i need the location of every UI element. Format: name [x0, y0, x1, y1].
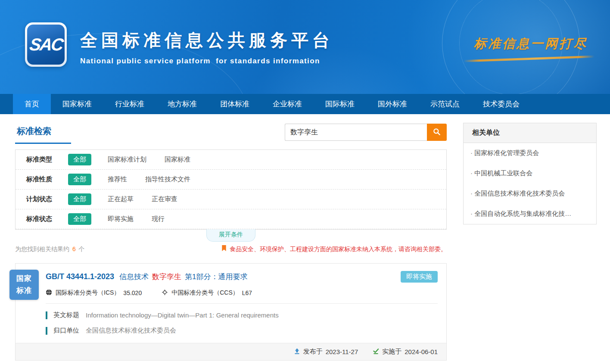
- filter-option[interactable]: 正在起草: [108, 195, 134, 203]
- sidebar-item-it-standardization-committee[interactable]: 全国信息技术标准化技术委员会: [464, 184, 596, 204]
- filter-option[interactable]: 现行: [152, 215, 165, 223]
- filter-option[interactable]: 国家标准: [165, 156, 190, 164]
- nav-item-international-standards[interactable]: 国际标准: [314, 94, 366, 114]
- result-card-footer: 发布于 2023-11-27 实施于 2024-06-01: [16, 343, 446, 360]
- globe-icon: [46, 289, 52, 297]
- sidebar: 相关单位 国家标准化管理委员会 中国机械工业联合会 全国信息技术标准化技术委员会…: [463, 123, 597, 224]
- search-input[interactable]: [285, 124, 427, 141]
- ics-value: 35.020: [123, 289, 142, 296]
- nav-item-national-standards[interactable]: 国家标准: [51, 94, 103, 114]
- filter-row-plan-status: 计划状态 全部 正在起草 正在审查: [16, 190, 446, 209]
- filter-option[interactable]: 即将实施: [108, 215, 134, 223]
- published-label: 发布于: [303, 348, 323, 356]
- standard-title-part: 信息技术: [119, 272, 149, 282]
- result-card: 国家 标准 GB/T 43441.1-2023 信息技术 数字孪生 第1部分：通…: [15, 263, 447, 361]
- search-icon: [433, 128, 441, 137]
- sidebar-item-machinery-federation[interactable]: 中国机械工业联合会: [464, 163, 596, 184]
- published-date-group: 发布于 2023-11-27: [294, 348, 358, 356]
- ccs-label: 中国标准分类号（CCS）: [171, 289, 239, 297]
- field-label: 英文标题: [53, 311, 79, 319]
- field-accent-bar: [46, 327, 47, 335]
- filter-all-button[interactable]: 全部: [68, 154, 91, 165]
- site-header: SAC 全国标准信息公共服务平台 National public service…: [0, 0, 610, 94]
- nav-item-pilot[interactable]: 示范试点: [419, 94, 471, 114]
- published-date: 2023-11-27: [326, 348, 358, 355]
- filter-label: 标准状态: [26, 215, 68, 223]
- filter-option[interactable]: 正在审查: [152, 195, 177, 203]
- title-block: 全国标准信息公共服务平台 National public service pla…: [80, 28, 333, 65]
- type-badge-line2: 标准: [16, 285, 32, 297]
- publish-icon: [294, 348, 300, 356]
- content-area: 标准检索 标准类型 全部 国家标准计: [0, 114, 610, 361]
- nav-item-technical-committee[interactable]: 技术委员会: [471, 94, 531, 114]
- standard-code: GB/T 43441.1-2023: [46, 272, 114, 281]
- field-accent-bar: [46, 311, 47, 319]
- implemented-date-group: 实施于 2024-06-01: [373, 348, 438, 356]
- result-card-box: GB/T 43441.1-2023 信息技术 数字孪生 第1部分：通用要求 即将…: [15, 263, 447, 361]
- sac-logo[interactable]: SAC: [25, 22, 67, 67]
- main-nav: 首页 国家标准 行业标准 地方标准 团体标准 企业标准 国际标准 国外标准 示范…: [0, 94, 610, 114]
- ics-classification: 国际标准分类号（ICS） 35.020: [46, 289, 142, 297]
- filter-row-standard-status: 标准状态 全部 即将实施 现行: [16, 209, 446, 229]
- filter-label: 标准类型: [26, 156, 68, 164]
- status-badge: 即将实施: [401, 271, 438, 283]
- sac-logo-inner: SAC: [27, 25, 65, 65]
- ics-label: 国际标准分类号（ICS）: [56, 289, 120, 297]
- result-count: 为您找到相关结果约 6 个: [15, 246, 85, 253]
- result-count-number: 6: [72, 246, 76, 252]
- filter-label: 标准性质: [26, 175, 68, 184]
- section-title-standard-search: 标准检索: [15, 123, 52, 144]
- main-column: 标准检索 标准类型 全部 国家标准计: [15, 123, 447, 361]
- filter-option[interactable]: 指导性技术文件: [145, 175, 190, 184]
- expand-conditions-button[interactable]: 展开条件: [206, 229, 255, 242]
- sidebar-item-sac[interactable]: 国家标准化管理委员会: [464, 143, 596, 163]
- result-card-body: GB/T 43441.1-2023 信息技术 数字孪生 第1部分：通用要求 即将…: [16, 264, 446, 335]
- related-units-title: 相关单位: [464, 123, 596, 143]
- field-label: 归口单位: [53, 327, 79, 335]
- standard-title-link[interactable]: GB/T 43441.1-2023 信息技术 数字孪生 第1部分：通用要求 即将…: [46, 271, 438, 283]
- filter-all-button[interactable]: 全部: [68, 193, 91, 205]
- header-slogan-text: 标准信息一网打尽: [474, 36, 588, 51]
- filter-option[interactable]: 推荐性: [108, 175, 127, 184]
- nav-item-group-standards[interactable]: 团体标准: [209, 94, 261, 114]
- field-value: Information technology—Digital twin—Part…: [86, 311, 279, 319]
- search-row: 标准检索: [15, 123, 447, 149]
- related-units-box: 相关单位 国家标准化管理委员会 中国机械工业联合会 全国信息技术标准化技术委员会…: [463, 123, 597, 224]
- nav-item-home[interactable]: 首页: [13, 94, 51, 114]
- notice-text: 食品安全、环境保护、工程建设方面的国家标准未纳入本系统，请咨询相关部委。: [230, 246, 447, 253]
- classification-row: 国际标准分类号（ICS） 35.020: [46, 289, 438, 297]
- filter-label: 计划状态: [26, 195, 68, 203]
- search-button[interactable]: [427, 124, 447, 141]
- nav-item-enterprise-standards[interactable]: 企业标准: [261, 94, 314, 114]
- compass-icon: [162, 289, 168, 297]
- standard-type-badge: 国家 标准: [9, 270, 39, 300]
- filter-box: 标准类型 全部 国家标准计划 国家标准 标准性质 全部 推荐性 指导性技术文件 …: [15, 149, 447, 230]
- bookmark-icon: [221, 245, 227, 253]
- nav-item-industry-standards[interactable]: 行业标准: [103, 94, 156, 114]
- sidebar-item-automation-committee[interactable]: 全国自动化系统与集成标准化技…: [464, 204, 596, 224]
- standard-title-part: 第1部分：通用要求: [185, 272, 247, 282]
- type-badge-line1: 国家: [16, 273, 32, 285]
- filter-option[interactable]: 国家标准计划: [108, 156, 146, 164]
- filter-row-standard-type: 标准类型 全部 国家标准计划 国家标准: [16, 150, 446, 170]
- filter-section: 标准类型 全部 国家标准计划 国家标准 标准性质 全部 推荐性 指导性技术文件 …: [15, 149, 447, 230]
- english-title-row: 英文标题 Information technology—Digital twin…: [46, 311, 438, 319]
- implement-check-icon: [373, 348, 379, 356]
- filter-row-standard-nature: 标准性质 全部 推荐性 指导性技术文件: [16, 170, 446, 190]
- header-slogan: 标准信息一网打尽: [474, 35, 588, 60]
- system-notice: 食品安全、环境保护、工程建设方面的国家标准未纳入本系统，请咨询相关部委。: [221, 245, 447, 253]
- result-count-suffix: 个: [79, 246, 85, 252]
- nav-item-foreign-standards[interactable]: 国外标准: [366, 94, 419, 114]
- nav-item-local-standards[interactable]: 地方标准: [156, 94, 209, 114]
- implemented-date: 2024-06-01: [405, 348, 438, 355]
- site-subtitle: National public service platform for sta…: [80, 57, 333, 65]
- committee-row: 归口单位 全国信息技术标准化技术委员会: [46, 327, 438, 335]
- implemented-label: 实施于: [382, 348, 401, 356]
- filter-all-button[interactable]: 全部: [68, 174, 91, 185]
- ccs-classification: 中国标准分类号（CCS） L67: [162, 289, 252, 297]
- result-count-prefix: 为您找到相关结果约: [15, 246, 69, 252]
- ccs-value: L67: [242, 289, 252, 296]
- standard-title-highlight: 数字孪生: [152, 272, 181, 282]
- field-value: 全国信息技术标准化技术委员会: [86, 327, 176, 335]
- filter-all-button[interactable]: 全部: [68, 213, 91, 225]
